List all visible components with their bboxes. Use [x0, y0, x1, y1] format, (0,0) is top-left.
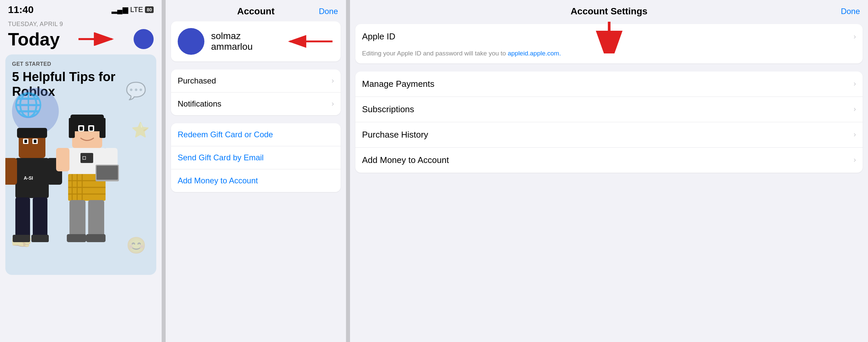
add-money-settings-chevron-icon: ›	[854, 156, 856, 164]
purchase-history-item[interactable]: Purchase History ›	[355, 122, 863, 148]
today-panel: 11:40 ▂▄▆ LTE 80 TUESDAY, APRIL 9 Today	[0, 0, 162, 342]
subscriptions-label: Subscriptions	[362, 104, 414, 115]
svg-rect-11	[31, 235, 49, 242]
redeem-link-item[interactable]: Redeem Gift Card or Code	[171, 123, 341, 146]
notifications-menu-item[interactable]: Notifications ›	[171, 93, 341, 115]
subscriptions-chevron-icon: ›	[854, 105, 856, 114]
add-money-label: Add Money to Account	[178, 176, 258, 185]
svg-text:☐: ☐	[82, 156, 86, 161]
account-settings-panel: Account Settings Done Apple ID › Editing…	[350, 0, 868, 342]
manage-payments-chevron-icon: ›	[854, 80, 856, 88]
svg-rect-17	[70, 115, 104, 131]
notifications-chevron-icon: ›	[332, 99, 334, 108]
today-card: GET STARTED 5 Helpful Tips for Roblox 🌐 …	[5, 55, 156, 275]
svg-rect-36	[67, 234, 86, 242]
account-links-section: Redeem Gift Card or Code Send Gift Card …	[171, 123, 341, 192]
notifications-label: Notifications	[178, 99, 221, 108]
account-title: Account	[237, 6, 275, 17]
purchase-history-chevron-icon: ›	[854, 130, 856, 139]
send-gift-link-item[interactable]: Send Gift Card by Email	[171, 146, 341, 169]
svg-rect-3	[17, 128, 47, 138]
svg-rect-34	[69, 200, 86, 237]
add-money-settings-item[interactable]: Add Money to Account ›	[355, 148, 863, 173]
svg-rect-18	[69, 118, 75, 138]
account-header: Account Done	[166, 7, 346, 21]
account-menu-section: Purchased › Notifications ›	[171, 69, 341, 115]
subscriptions-item[interactable]: Subscriptions ›	[355, 97, 863, 122]
svg-text:A-SI: A-SI	[24, 175, 33, 181]
manage-payments-item[interactable]: Manage Payments ›	[355, 71, 863, 97]
signal-icon: ▂▄▆	[112, 5, 128, 14]
red-arrow-2	[285, 35, 334, 48]
purchase-history-label: Purchase History	[362, 130, 428, 140]
purchased-chevron-icon: ›	[332, 76, 334, 85]
status-icons: ▂▄▆ LTE 80	[112, 5, 154, 14]
add-money-link-item[interactable]: Add Money to Account	[171, 169, 341, 192]
apple-id-label: Apple ID	[362, 31, 396, 42]
manage-payments-label: Manage Payments	[362, 79, 434, 89]
user-avatar	[178, 28, 205, 55]
settings-menu-section: Manage Payments › Subscriptions › Purcha…	[355, 71, 863, 173]
send-gift-label: Send Gift Card by Email	[178, 153, 264, 162]
settings-title: Account Settings	[570, 6, 647, 17]
svg-rect-19	[99, 118, 105, 138]
red-arrow-1	[77, 32, 117, 46]
apple-id-link[interactable]: appleid.apple.com.	[508, 50, 561, 57]
svg-rect-6	[5, 158, 17, 185]
add-money-settings-label: Add Money to Account	[362, 155, 449, 165]
settings-header: Account Settings Done	[350, 7, 868, 21]
svg-rect-9	[33, 197, 48, 238]
apple-id-section: Apple ID › Editing your Apple ID and pas…	[355, 24, 863, 63]
today-title-row: Today	[8, 29, 154, 49]
apple-id-description: Editing your Apple ID and password will …	[355, 49, 863, 63]
svg-rect-10	[13, 235, 30, 242]
account-panel: Account Done solmaz ammarlou Purchased ›…	[166, 0, 346, 342]
today-date: TUESDAY, APRIL 9	[8, 21, 154, 28]
purchased-menu-item[interactable]: Purchased ›	[171, 69, 341, 93]
svg-rect-30	[56, 148, 69, 171]
settings-done-button[interactable]: Done	[841, 7, 860, 16]
account-avatar-button[interactable]	[133, 29, 154, 49]
svg-rect-40	[80, 127, 83, 131]
panel-divider-1	[162, 0, 166, 342]
account-done-button[interactable]: Done	[319, 7, 338, 16]
user-name: solmaz ammarlou	[211, 31, 279, 52]
svg-rect-41	[90, 127, 93, 131]
status-bar: 11:40 ▂▄▆ LTE 80	[0, 0, 162, 18]
apple-id-row[interactable]: Apple ID ›	[355, 24, 863, 49]
apple-id-chevron-icon: ›	[854, 32, 856, 41]
today-title: Today	[8, 30, 60, 48]
svg-rect-33	[96, 166, 118, 180]
svg-rect-37	[86, 234, 105, 242]
network-label: LTE	[130, 5, 143, 14]
user-profile-row[interactable]: solmaz ammarlou	[171, 21, 341, 61]
redeem-label: Redeem Gift Card or Code	[178, 130, 273, 139]
card-tag: GET STARTED	[12, 61, 150, 67]
today-header: TUESDAY, APRIL 9 Today	[0, 18, 162, 55]
status-time: 11:40	[8, 4, 34, 15]
battery-badge: 80	[145, 6, 154, 13]
svg-rect-8	[16, 197, 30, 238]
svg-rect-14	[24, 139, 27, 143]
panel-divider-2	[346, 0, 350, 342]
svg-rect-35	[88, 200, 104, 237]
svg-rect-15	[34, 139, 36, 143]
purchased-label: Purchased	[178, 76, 216, 86]
roblox-characters: A-SI	[5, 91, 156, 275]
